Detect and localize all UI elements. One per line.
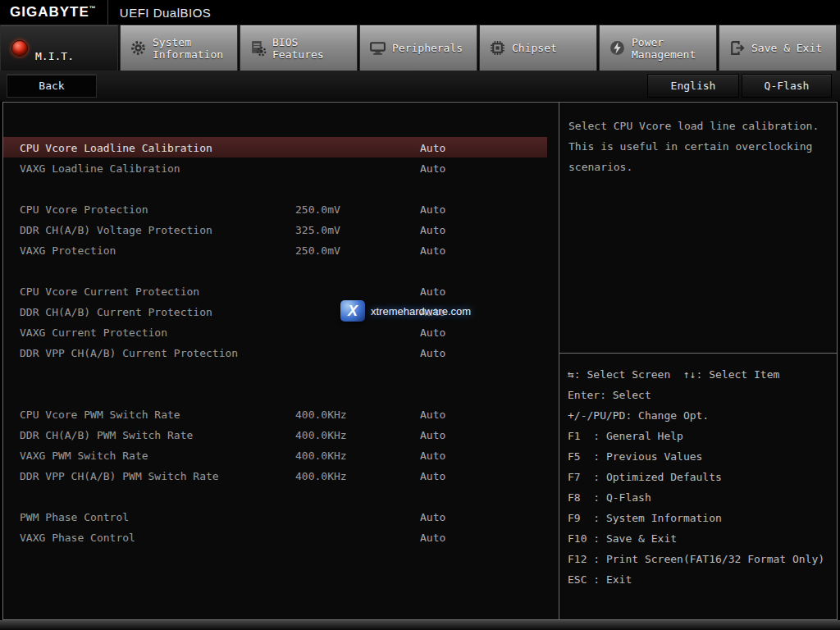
setting-label: CPU Vcore PWM Switch Rate <box>20 408 180 420</box>
tab-save-exit[interactable]: Save & Exit <box>719 25 837 71</box>
back-button[interactable]: Back <box>7 74 97 98</box>
setting-value: Auto <box>420 141 445 153</box>
watermark: X xtremehardware.com <box>340 300 471 322</box>
setting-mid-value: 400.0KHz <box>295 408 347 420</box>
bottom-bezel <box>0 620 840 630</box>
setting-value: Auto <box>420 223 445 235</box>
settings-row[interactable]: PWM Phase ControlAuto <box>3 506 547 527</box>
settings-panel: CPU Vcore Loadline CalibrationAutoVAXG L… <box>3 103 559 619</box>
settings-row[interactable]: CPU Vcore Loadline CalibrationAuto <box>3 137 547 158</box>
red-dot-icon <box>11 39 29 57</box>
legend-line: ESC : Exit <box>568 569 833 590</box>
tab-power-management[interactable]: Power Management <box>599 25 717 71</box>
settings-row[interactable]: VAXG Protection250.0mVAuto <box>3 240 547 260</box>
settings-spacer <box>3 178 547 199</box>
setting-value: Auto <box>420 531 445 543</box>
setting-mid-value: 400.0KHz <box>295 428 347 441</box>
tab-system-information[interactable]: System Information <box>120 25 238 71</box>
watermark-logo: X <box>340 300 365 322</box>
tab-label: Peripherals <box>392 42 463 54</box>
language-button[interactable]: English <box>647 74 739 98</box>
save-exit-icon <box>728 39 746 57</box>
legend-line: F10 : Save & Exit <box>568 528 833 549</box>
setting-label: DDR CH(A/B) Voltage Protection <box>20 223 212 235</box>
setting-value: Auto <box>420 346 445 358</box>
setting-value: Auto <box>420 285 445 297</box>
settings-row[interactable]: VAXG Phase ControlAuto <box>3 527 547 547</box>
help-text: Select CPU Vcore load line calibration. … <box>559 103 837 354</box>
settings-row[interactable]: VAXG PWM Switch Rate400.0KHzAuto <box>3 445 547 465</box>
settings-spacer <box>3 383 547 404</box>
key-legend: ⇆: Select Screen ↑↓: Select ItemEnter: S… <box>559 354 837 590</box>
setting-mid-value: 400.0KHz <box>295 449 347 461</box>
setting-label: PWM Phase Control <box>20 510 129 523</box>
setting-mid-value: 250.0mV <box>295 203 340 215</box>
setting-mid-value: 400.0KHz <box>295 469 347 482</box>
legend-line: F12 : Print Screen(FAT16/32 Format Only) <box>568 549 833 569</box>
setting-label: VAXG PWM Switch Rate <box>20 449 148 461</box>
watermark-text: xtremehardware.com <box>371 305 471 317</box>
setting-label: VAXG Current Protection <box>20 326 167 338</box>
setting-label: VAXG Protection <box>20 244 116 256</box>
settings-spacer <box>3 260 547 281</box>
trademark-symbol: ™ <box>89 5 96 12</box>
setting-value: Auto <box>420 203 445 215</box>
bios-screen: GIGABYTE™ UEFI DualBIOS M.I.T.System Inf… <box>0 0 840 630</box>
setting-label: CPU Vcore Loadline Calibration <box>20 141 212 153</box>
button-row: Back English Q-Flash <box>0 71 840 102</box>
setting-label: DDR VPP CH(A/B) Current Protection <box>20 346 238 358</box>
settings-row[interactable]: VAXG Current ProtectionAuto <box>3 322 547 342</box>
setting-value: Auto <box>420 449 445 461</box>
tabbar: M.I.T.System InformationBIOS FeaturesPer… <box>0 25 840 71</box>
setting-label: VAXG Phase Control <box>20 531 135 543</box>
tab-label: M.I.T. <box>35 50 74 62</box>
setting-label: VAXG Loadline Calibration <box>20 162 180 174</box>
main-panel: CPU Vcore Loadline CalibrationAutoVAXG L… <box>2 102 838 620</box>
chipset-icon <box>488 39 506 57</box>
settings-row[interactable]: CPU Vcore PWM Switch Rate400.0KHzAuto <box>3 404 547 424</box>
setting-label: CPU Vcore Current Protection <box>20 285 199 297</box>
setting-value: Auto <box>420 326 445 338</box>
tab-label: Chipset <box>512 42 557 54</box>
firmware-title: UEFI DualBIOS <box>108 6 212 20</box>
setting-value: Auto <box>420 428 445 441</box>
setting-label: CPU Vcore Protection <box>20 203 148 215</box>
legend-line: ⇆: Select Screen ↑↓: Select Item <box>568 364 833 385</box>
tab-label: System Information <box>153 36 223 61</box>
setting-label: DDR VPP CH(A/B) PWM Switch Rate <box>20 469 219 482</box>
setting-value: Auto <box>420 510 445 523</box>
gigabyte-logo: GIGABYTE™ <box>0 4 107 21</box>
tab-bios-features[interactable]: BIOS Features <box>240 25 358 71</box>
tab-peripherals[interactable]: Peripherals <box>359 25 477 71</box>
sidebar: Select CPU Vcore load line calibration. … <box>559 103 837 619</box>
legend-line: F1 : General Help <box>568 426 833 446</box>
bios-doc-icon <box>249 39 267 57</box>
setting-mid-value: 250.0mV <box>295 244 340 256</box>
settings-row[interactable]: CPU Vcore Current ProtectionAuto <box>3 281 547 301</box>
settings-row[interactable]: DDR CH(A/B) PWM Switch Rate400.0KHzAuto <box>3 424 547 445</box>
setting-value: Auto <box>420 469 445 482</box>
settings-row[interactable]: VAXG Loadline CalibrationAuto <box>3 158 547 178</box>
settings-spacer <box>3 363 547 383</box>
settings-row[interactable]: DDR CH(A/B) Voltage Protection325.0mVAut… <box>3 219 547 240</box>
brand-text: GIGABYTE <box>10 4 89 20</box>
tab-mit[interactable]: M.I.T. <box>0 25 118 71</box>
tab-chipset[interactable]: Chipset <box>479 25 597 71</box>
settings-row[interactable]: DDR VPP CH(A/B) PWM Switch Rate400.0KHzA… <box>3 465 547 486</box>
settings-list: CPU Vcore Loadline CalibrationAutoVAXG L… <box>3 103 559 547</box>
setting-value: Auto <box>420 408 445 420</box>
settings-row[interactable]: DDR VPP CH(A/B) Current ProtectionAuto <box>3 342 547 363</box>
legend-line: F9 : System Information <box>568 508 833 528</box>
setting-value: Auto <box>420 244 445 256</box>
tab-label: BIOS Features <box>272 36 324 61</box>
gear-icon <box>129 39 147 57</box>
legend-line: F8 : Q-Flash <box>568 487 833 508</box>
legend-line: +/-/PU/PD: Change Opt. <box>568 405 833 426</box>
setting-value: Auto <box>420 162 445 174</box>
qflash-button[interactable]: Q-Flash <box>742 74 832 98</box>
tab-label: Save & Exit <box>751 42 822 54</box>
legend-line: Enter: Select <box>568 385 833 405</box>
setting-label: DDR CH(A/B) PWM Switch Rate <box>20 428 193 441</box>
settings-row[interactable]: CPU Vcore Protection250.0mVAuto <box>3 199 547 219</box>
topbar: GIGABYTE™ UEFI DualBIOS <box>0 0 840 25</box>
